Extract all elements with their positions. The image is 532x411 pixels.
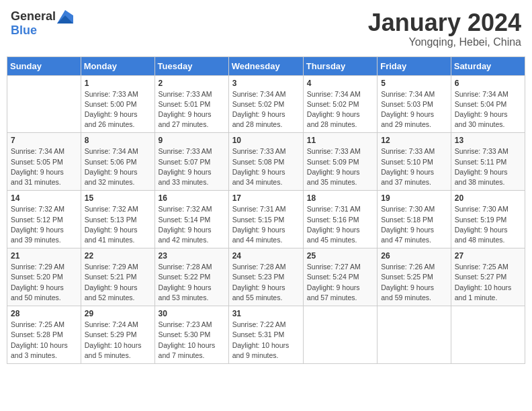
day-info: Sunrise: 7:31 AM Sunset: 5:16 PM Dayligh… [307,204,373,245]
day-info: Sunrise: 7:22 AM Sunset: 5:31 PM Dayligh… [232,320,300,361]
day-info: Sunrise: 7:29 AM Sunset: 5:21 PM Dayligh… [85,262,151,303]
calendar-cell: 5Sunrise: 7:34 AM Sunset: 5:03 PM Daylig… [378,75,451,133]
day-info: Sunrise: 7:33 AM Sunset: 5:07 PM Dayligh… [159,146,225,187]
weekday-header: Sunday [7,56,81,75]
day-number: 31 [232,309,300,318]
day-number: 25 [307,251,373,261]
day-info: Sunrise: 7:28 AM Sunset: 5:23 PM Dayligh… [232,262,300,303]
day-info: Sunrise: 7:34 AM Sunset: 5:02 PM Dayligh… [307,89,373,130]
day-number: 9 [159,136,225,145]
day-number: 4 [307,79,373,88]
day-number: 3 [232,79,300,88]
day-number: 30 [159,309,225,318]
calendar-cell: 6Sunrise: 7:34 AM Sunset: 5:04 PM Daylig… [451,75,525,133]
day-info: Sunrise: 7:23 AM Sunset: 5:30 PM Dayligh… [159,320,225,361]
calendar-cell: 3Sunrise: 7:34 AM Sunset: 5:02 PM Daylig… [228,75,303,133]
calendar-cell: 31Sunrise: 7:22 AM Sunset: 5:31 PM Dayli… [228,306,303,364]
location-subtitle: Yongqing, Hebei, China [368,36,521,48]
day-info: Sunrise: 7:30 AM Sunset: 5:18 PM Dayligh… [381,204,447,245]
calendar-cell: 11Sunrise: 7:33 AM Sunset: 5:09 PM Dayli… [303,133,377,191]
calendar-week-row: 1Sunrise: 7:33 AM Sunset: 5:00 PM Daylig… [7,75,525,133]
day-info: Sunrise: 7:34 AM Sunset: 5:03 PM Dayligh… [381,89,447,130]
calendar-week-row: 14Sunrise: 7:32 AM Sunset: 5:12 PM Dayli… [7,191,525,248]
day-info: Sunrise: 7:31 AM Sunset: 5:15 PM Dayligh… [232,204,300,245]
day-number: 5 [381,79,447,88]
day-info: Sunrise: 7:26 AM Sunset: 5:25 PM Dayligh… [381,262,447,303]
calendar-cell [7,75,81,133]
day-number: 13 [455,136,521,145]
day-number: 8 [85,136,151,145]
title-section: January 2024 Yongqing, Hebei, China [368,9,521,48]
day-number: 6 [455,79,521,88]
weekday-header: Monday [81,56,154,75]
day-number: 23 [159,251,225,261]
calendar-cell: 16Sunrise: 7:32 AM Sunset: 5:14 PM Dayli… [154,191,228,248]
day-number: 19 [381,193,447,203]
calendar-table: SundayMondayTuesdayWednesdayThursdayFrid… [7,56,525,364]
day-number: 29 [85,309,151,318]
calendar-cell: 2Sunrise: 7:33 AM Sunset: 5:01 PM Daylig… [154,75,228,133]
calendar-cell: 8Sunrise: 7:34 AM Sunset: 5:06 PM Daylig… [81,133,154,191]
calendar-cell [303,306,377,364]
calendar-cell: 18Sunrise: 7:31 AM Sunset: 5:16 PM Dayli… [303,191,377,248]
calendar-cell: 20Sunrise: 7:30 AM Sunset: 5:19 PM Dayli… [451,191,525,248]
weekday-header: Thursday [303,56,377,75]
day-info: Sunrise: 7:32 AM Sunset: 5:14 PM Dayligh… [159,204,225,245]
day-info: Sunrise: 7:27 AM Sunset: 5:24 PM Dayligh… [307,262,373,303]
calendar-cell: 14Sunrise: 7:32 AM Sunset: 5:12 PM Dayli… [7,191,81,248]
calendar-cell: 19Sunrise: 7:30 AM Sunset: 5:18 PM Dayli… [378,191,451,248]
calendar-cell: 30Sunrise: 7:23 AM Sunset: 5:30 PM Dayli… [154,306,228,364]
calendar-cell: 12Sunrise: 7:33 AM Sunset: 5:10 PM Dayli… [378,133,451,191]
calendar-cell: 21Sunrise: 7:29 AM Sunset: 5:20 PM Dayli… [7,248,81,306]
calendar-cell: 26Sunrise: 7:26 AM Sunset: 5:25 PM Dayli… [378,248,451,306]
day-number: 10 [232,136,300,145]
day-info: Sunrise: 7:34 AM Sunset: 5:05 PM Dayligh… [11,146,77,187]
weekday-header: Tuesday [154,56,228,75]
calendar-cell: 27Sunrise: 7:25 AM Sunset: 5:27 PM Dayli… [451,248,525,306]
calendar-cell: 17Sunrise: 7:31 AM Sunset: 5:15 PM Dayli… [228,191,303,248]
calendar-cell: 15Sunrise: 7:32 AM Sunset: 5:13 PM Dayli… [81,191,154,248]
day-number: 27 [455,251,521,261]
day-number: 22 [85,251,151,261]
day-info: Sunrise: 7:34 AM Sunset: 5:06 PM Dayligh… [85,146,151,187]
day-number: 26 [381,251,447,261]
page-header: General Blue January 2024 Yongqing, Hebe… [7,7,525,51]
day-info: Sunrise: 7:33 AM Sunset: 5:09 PM Dayligh… [307,146,373,187]
day-info: Sunrise: 7:28 AM Sunset: 5:22 PM Dayligh… [159,262,225,303]
calendar-cell: 23Sunrise: 7:28 AM Sunset: 5:22 PM Dayli… [154,248,228,306]
calendar-cell: 10Sunrise: 7:33 AM Sunset: 5:08 PM Dayli… [228,133,303,191]
calendar-cell [378,306,451,364]
calendar-cell: 9Sunrise: 7:33 AM Sunset: 5:07 PM Daylig… [154,133,228,191]
calendar-cell: 25Sunrise: 7:27 AM Sunset: 5:24 PM Dayli… [303,248,377,306]
day-number: 17 [232,193,300,203]
day-info: Sunrise: 7:33 AM Sunset: 5:11 PM Dayligh… [455,146,521,187]
logo-blue: Blue [11,24,37,37]
day-info: Sunrise: 7:33 AM Sunset: 5:01 PM Dayligh… [159,89,225,130]
calendar-cell: 24Sunrise: 7:28 AM Sunset: 5:23 PM Dayli… [228,248,303,306]
day-number: 20 [455,193,521,203]
day-info: Sunrise: 7:25 AM Sunset: 5:27 PM Dayligh… [455,262,521,303]
weekday-header: Wednesday [228,56,303,75]
calendar-week-row: 7Sunrise: 7:34 AM Sunset: 5:05 PM Daylig… [7,133,525,191]
day-number: 18 [307,193,373,203]
calendar-cell: 4Sunrise: 7:34 AM Sunset: 5:02 PM Daylig… [303,75,377,133]
day-number: 21 [11,251,77,261]
day-number: 15 [85,193,151,203]
calendar-cell: 22Sunrise: 7:29 AM Sunset: 5:21 PM Dayli… [81,248,154,306]
logo: General Blue [11,9,73,38]
weekday-header-row: SundayMondayTuesdayWednesdayThursdayFrid… [7,56,525,75]
day-info: Sunrise: 7:29 AM Sunset: 5:20 PM Dayligh… [11,262,77,303]
calendar-week-row: 21Sunrise: 7:29 AM Sunset: 5:20 PM Dayli… [7,248,525,306]
day-info: Sunrise: 7:33 AM Sunset: 5:10 PM Dayligh… [381,146,447,187]
calendar-cell: 1Sunrise: 7:33 AM Sunset: 5:00 PM Daylig… [81,75,154,133]
day-info: Sunrise: 7:24 AM Sunset: 5:29 PM Dayligh… [85,320,151,361]
day-number: 28 [11,309,77,318]
weekday-header: Friday [378,56,451,75]
day-info: Sunrise: 7:32 AM Sunset: 5:12 PM Dayligh… [11,204,77,245]
day-info: Sunrise: 7:33 AM Sunset: 5:08 PM Dayligh… [232,146,300,187]
day-number: 14 [11,193,77,203]
day-number: 7 [11,136,77,145]
day-info: Sunrise: 7:25 AM Sunset: 5:28 PM Dayligh… [11,320,77,361]
logo-icon [57,10,73,24]
calendar-cell: 28Sunrise: 7:25 AM Sunset: 5:28 PM Dayli… [7,306,81,364]
